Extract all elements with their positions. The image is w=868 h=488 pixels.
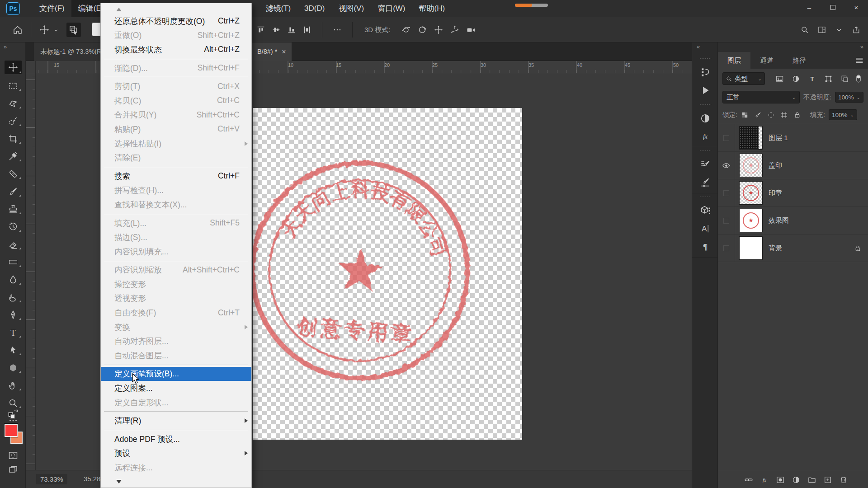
new-layer-icon[interactable]: [823, 475, 832, 484]
orbit3d-icon[interactable]: [401, 24, 411, 35]
edit-menu-item[interactable]: 定义图案...: [101, 381, 251, 395]
move-tool[interactable]: [5, 61, 22, 74]
panel-menu-icon[interactable]: [854, 55, 864, 65]
edit-menu-item[interactable]: 渐隐(D)...Shift+Ctrl+F: [101, 61, 251, 75]
layer-thumbnail[interactable]: [740, 182, 762, 204]
layer-row[interactable]: 效果图: [718, 207, 868, 235]
search-icon[interactable]: [800, 25, 809, 34]
layer-name[interactable]: 效果图: [769, 216, 789, 225]
menubar-item[interactable]: 3D(D): [297, 0, 331, 17]
align-middle-icon[interactable]: [271, 25, 281, 35]
materials-panel-icon[interactable]: [698, 205, 713, 216]
edit-menu-item[interactable]: 透视变形: [101, 291, 251, 306]
edit-menu-item[interactable]: 预设: [101, 446, 251, 461]
layer-thumbnail[interactable]: [740, 209, 762, 232]
link-icon[interactable]: [744, 475, 753, 484]
pen-tool[interactable]: [5, 309, 22, 321]
edit-menu-item[interactable]: 合并拷贝(Y)Shift+Ctrl+C: [101, 108, 251, 122]
visibility-cell[interactable]: [718, 207, 735, 235]
filter-toggle-icon[interactable]: [854, 73, 863, 84]
camera3d-icon[interactable]: [466, 24, 476, 35]
edit-menu-item[interactable]: 内容识别填充...: [101, 244, 251, 259]
edit-menu-item[interactable]: 切换最终状态Alt+Ctrl+Z: [101, 42, 251, 57]
filter-shape-icon[interactable]: [823, 75, 833, 83]
layer-name[interactable]: 图层 1: [769, 134, 788, 142]
menubar-item[interactable]: 视图(V): [331, 0, 371, 17]
edit-menu-item[interactable]: 搜索Ctrl+F: [101, 169, 251, 183]
roll3d-icon[interactable]: [417, 24, 428, 35]
quick-mask-icon[interactable]: [8, 450, 19, 461]
chevron-down-icon[interactable]: [835, 25, 844, 34]
layer-thumbnail[interactable]: [740, 127, 762, 149]
adjustments-icon[interactable]: [792, 475, 801, 484]
fill-field[interactable]: 100% ⌄: [829, 109, 857, 120]
edit-menu-item[interactable]: 选择性粘贴(I): [101, 136, 251, 151]
lock-lock-icon[interactable]: [793, 111, 801, 119]
layer-name[interactable]: 背景: [769, 244, 782, 253]
lock-lock-artboard-icon[interactable]: [780, 111, 788, 119]
lasso-tool[interactable]: [5, 98, 22, 109]
edit-menu-item[interactable]: 填充(L)...Shift+F5: [101, 216, 251, 230]
brush-settings-panel-icon[interactable]: [698, 159, 713, 170]
adjustments-icon[interactable]: [791, 75, 801, 83]
edit-menu-item[interactable]: Adobe PDF 预设...: [101, 432, 251, 446]
brushes-panel-icon[interactable]: [698, 177, 713, 188]
panel-tab-1[interactable]: 图层: [718, 52, 750, 69]
group-icon[interactable]: [807, 475, 816, 484]
panel-collapse-icon[interactable]: »: [860, 43, 863, 50]
menubar-item[interactable]: 帮助(H): [412, 0, 452, 17]
layer-name[interactable]: 印章: [769, 189, 782, 197]
menu-scroll-down[interactable]: [101, 477, 251, 486]
menu-scroll-up[interactable]: [101, 5, 251, 14]
edit-menu-item[interactable]: 拼写检查(H)...: [101, 183, 251, 198]
pan3d-icon[interactable]: [433, 24, 444, 35]
quick-selection-tool[interactable]: [5, 115, 22, 127]
eraser-tool[interactable]: [5, 239, 22, 250]
trash-icon[interactable]: [839, 475, 848, 484]
blend-mode-select[interactable]: 正常 ⌄: [722, 91, 800, 103]
overflow-icon[interactable]: [332, 25, 342, 35]
layer-row[interactable]: 盖印: [718, 152, 868, 179]
edit-menu-item[interactable]: 操控变形: [101, 277, 251, 291]
edit-menu-item[interactable]: 剪切(T)Ctrl+X: [101, 79, 251, 94]
distribute-icon[interactable]: [302, 25, 312, 35]
toolstrip-expand-icon[interactable]: »: [4, 43, 7, 50]
edit-menu-item[interactable]: 定义画笔预设(B)...: [101, 367, 251, 381]
visibility-cell[interactable]: [718, 124, 735, 152]
edit-menu-item[interactable]: 还原总体不透明度更改(O)Ctrl+Z: [101, 14, 251, 28]
character-panel-icon[interactable]: [698, 223, 713, 235]
gradient-tool[interactable]: [5, 256, 22, 268]
menubar-item[interactable]: 滤镜(T): [259, 0, 297, 17]
close-button[interactable]: ×: [844, 0, 868, 14]
visibility-cell[interactable]: [718, 235, 735, 262]
visibility-cell[interactable]: [718, 179, 735, 207]
edit-menu-item[interactable]: 内容识别缩放Alt+Shift+Ctrl+C: [101, 263, 251, 277]
eye-toggle-empty[interactable]: [723, 135, 729, 141]
filter-type-icon[interactable]: [807, 75, 817, 83]
layer-thumbnail[interactable]: [740, 237, 762, 259]
mask-icon[interactable]: [776, 475, 785, 484]
layer-row[interactable]: 背景: [718, 235, 868, 262]
adjustments-panel-icon[interactable]: [698, 113, 713, 124]
history-panel-icon[interactable]: [698, 66, 713, 78]
type-tool[interactable]: [5, 327, 22, 338]
home-icon[interactable]: [9, 24, 26, 36]
marquee-tool[interactable]: [5, 80, 22, 92]
edit-menu-item[interactable]: 变换: [101, 320, 251, 334]
minimize-button[interactable]: –: [797, 0, 821, 14]
swap-colors-icon[interactable]: [7, 408, 19, 419]
panel-tab-2[interactable]: 通道: [750, 52, 783, 69]
share-icon[interactable]: [852, 25, 861, 34]
maximize-button[interactable]: [821, 0, 844, 14]
edit-menu-item[interactable]: 查找和替换文本(X)...: [101, 197, 251, 212]
styles-icon[interactable]: [760, 475, 769, 484]
eye-toggle-empty[interactable]: [723, 245, 729, 251]
edit-menu-item[interactable]: 重做(O)Shift+Ctrl+Z: [101, 28, 251, 43]
move-tool-icon[interactable]: [36, 24, 53, 36]
edit-menu-item[interactable]: 拷贝(C)Ctrl+C: [101, 94, 251, 108]
edit-menu-item[interactable]: 清除(E): [101, 150, 251, 165]
history-brush-tool[interactable]: [5, 221, 22, 233]
layer-filter-select[interactable]: 类型 ⌄: [722, 72, 765, 85]
actions-panel-icon[interactable]: [698, 84, 713, 96]
lock-brush-icon[interactable]: [754, 111, 762, 119]
